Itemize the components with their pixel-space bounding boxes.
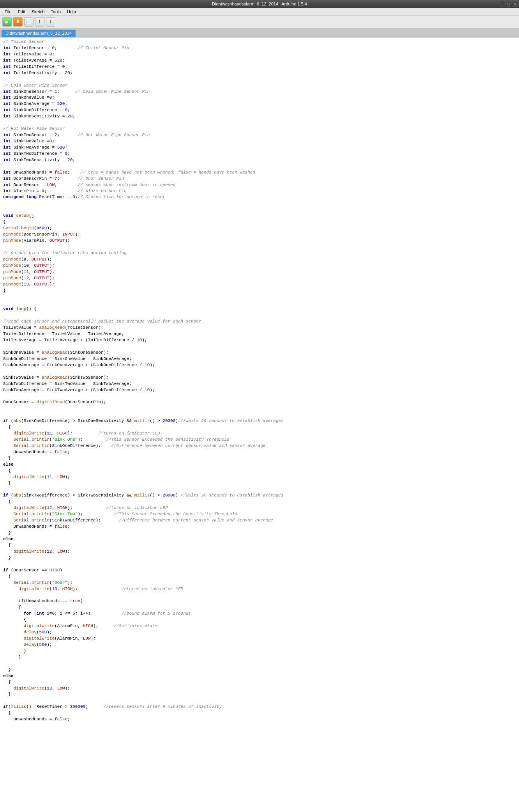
menu-edit[interactable]: Edit (15, 8, 28, 15)
window-title: Didntwashhandsalarm_6_12_2014 | Arduino … (212, 2, 307, 6)
save-button[interactable]: ↓ (46, 17, 55, 27)
toolbar: ▶ ■ 📄 ↑ ↓ (0, 16, 519, 28)
title-bar: Didntwashhandsalarm_6_12_2014 | Arduino … (0, 0, 519, 8)
maximize-button[interactable]: □ (506, 1, 511, 7)
close-button[interactable]: ✕ (512, 1, 517, 7)
menu-sketch[interactable]: Sketch (28, 8, 48, 15)
minimize-button[interactable]: ─ (500, 1, 505, 7)
menu-help[interactable]: Help (64, 8, 79, 15)
tab-main[interactable]: Didntwashhandsalarm_6_12_2014 (2, 30, 76, 37)
open-button[interactable]: ↑ (35, 17, 44, 27)
new-button[interactable]: 📄 (24, 17, 34, 27)
menu-tools[interactable]: Tools (48, 8, 64, 15)
code-editor[interactable]: // Toilet Sensor int ToiletSensor = 0; /… (0, 37, 519, 812)
menu-bar: File Edit Sketch Tools Help (0, 8, 519, 16)
run-button[interactable]: ▶ (2, 17, 12, 27)
tab-bar: Didntwashhandsalarm_6_12_2014 (0, 28, 519, 37)
window-controls: ─ □ ✕ (500, 1, 517, 7)
menu-file[interactable]: File (2, 8, 15, 15)
stop-button[interactable]: ■ (13, 17, 23, 27)
